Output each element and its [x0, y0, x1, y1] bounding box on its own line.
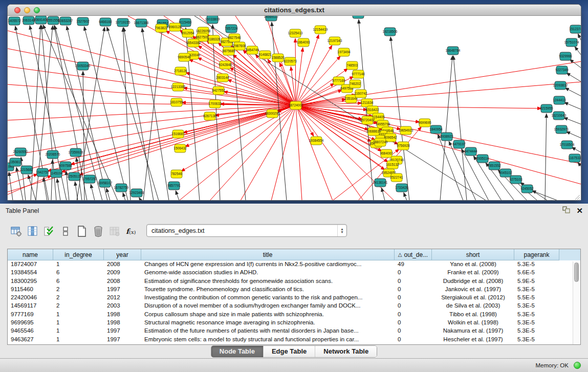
table-cell[interactable]: 5.3E-5 [514, 286, 559, 294]
table-cell[interactable]: 5.3E-5 [514, 260, 559, 269]
graph-node[interactable]: 9777148 [352, 70, 365, 78]
graph-node[interactable]: 18300295 [265, 110, 280, 118]
table-row[interactable]: 2242004622012Investigating the contribut… [8, 294, 572, 302]
graph-node[interactable]: 9275103 [509, 176, 522, 184]
graph-node[interactable]: 9857791 [167, 182, 181, 190]
table-cell[interactable]: 19384554 [8, 269, 53, 277]
graph-node[interactable]: 12213385 [171, 83, 186, 91]
graph-node[interactable]: 1864093 [297, 38, 310, 47]
close-panel-icon[interactable]: ✕ [576, 207, 583, 215]
table-cell[interactable]: 2 [53, 286, 104, 294]
graph-node[interactable]: 782546 [171, 170, 182, 178]
graph-node[interactable]: 14136141 [373, 179, 388, 187]
dropdown-stepper-icon[interactable]: ▲▼ [337, 225, 346, 236]
table-cell[interactable]: 0 [395, 327, 432, 335]
table-cell[interactable]: 9699695 [8, 319, 53, 327]
table-cell[interactable]: 5.6E-5 [514, 269, 559, 277]
graph-node[interactable]: 6466160 [99, 18, 112, 26]
graph-node[interactable]: 18724007 [289, 101, 303, 110]
graph-node[interactable]: 19654923 [399, 126, 413, 135]
table-cell[interactable]: 0 [395, 319, 432, 327]
graph-node[interactable]: 8960128 [168, 23, 182, 31]
graph-node[interactable]: 9756928 [397, 142, 410, 150]
graph-node[interactable]: 9684067 [380, 149, 393, 158]
graph-node[interactable]: 19384554 [309, 137, 324, 145]
table-cell[interactable]: 0 [395, 277, 432, 286]
table-select-dropdown[interactable]: citations_edges.txt ▲▼ [146, 224, 347, 237]
table-cell[interactable]: 22420046 [8, 294, 53, 302]
close-window-icon[interactable] [14, 7, 20, 13]
delete-table-icon[interactable] [91, 225, 105, 238]
table-cell[interactable]: de Silva et al. (2003) [432, 302, 514, 310]
graph-node[interactable]: 1512374 [569, 25, 581, 33]
graph-node[interactable]: 1145194 [50, 169, 63, 178]
column-header-pagerank[interactable]: pagerank [514, 249, 559, 260]
table-cell[interactable]: Genome-wide association studies in ADHD. [141, 269, 395, 277]
graph-node[interactable]: 2522741 [390, 173, 403, 182]
table-cell[interactable]: Embryonic stem cells: a model to study s… [141, 336, 395, 344]
graph-node[interactable]: 20206576 [46, 150, 60, 159]
table-cell[interactable]: Tibbo et al. (1998) [432, 311, 514, 319]
table-cell[interactable]: 1997 [104, 286, 141, 294]
tab-node-table[interactable]: Node Table [211, 346, 264, 357]
graph-node[interactable]: 17016504 [560, 141, 575, 149]
table-row[interactable]: 1830029562008Estimation of significance … [8, 277, 572, 286]
graph-node[interactable]: 10719155 [116, 18, 130, 27]
graph-node[interactable]: 16648784 [446, 47, 461, 55]
graph-node[interactable]: 9890546 [178, 53, 191, 61]
table-cell[interactable]: 18724007 [8, 260, 53, 269]
table-cell[interactable]: Changes of HCN gene expression and I(f) … [141, 260, 395, 269]
table-cell[interactable]: Investigating the contribution of common… [141, 294, 395, 302]
graph-node[interactable]: 1840954 [429, 125, 443, 134]
table-cell[interactable]: Franke et al. (2009) [432, 269, 514, 277]
table-cell[interactable]: 1 [53, 327, 104, 335]
graph-node[interactable]: 20053346 [76, 62, 91, 70]
table-cell[interactable]: 14569117 [8, 302, 53, 310]
graph-node[interactable]: 1588520 [271, 54, 285, 62]
table-cell[interactable]: 0 [395, 294, 432, 302]
graph-node[interactable]: 8267130 [203, 112, 216, 120]
table-cell[interactable]: 1997 [104, 336, 141, 344]
column-header-short[interactable]: short [432, 249, 514, 260]
graph-node[interactable]: 16210643 [552, 112, 567, 120]
table-cell[interactable]: 0 [395, 311, 432, 319]
table-cell[interactable]: 1 [53, 311, 104, 319]
table-cell[interactable]: 1 [53, 319, 104, 327]
table-cell[interactable]: 18300295 [8, 277, 53, 286]
graph-node[interactable]: 16033809 [205, 16, 220, 24]
table-cell[interactable]: 9463627 [8, 336, 53, 344]
graph-node[interactable]: 12093832 [553, 81, 568, 90]
table-cell[interactable]: 2008 [104, 260, 141, 269]
graph-node[interactable]: 12197343 [328, 37, 342, 45]
graph-node[interactable]: 9875685 [222, 47, 235, 55]
graph-node[interactable]: 9699695 [418, 119, 431, 127]
tab-network-table[interactable]: Network Table [315, 346, 377, 357]
table-cell[interactable]: 5.3E-5 [514, 319, 559, 327]
table-cell[interactable]: 0 [395, 269, 432, 277]
graph-node[interactable]: 1810755 [170, 98, 183, 106]
select-rows-icon[interactable] [42, 225, 56, 238]
table-cell[interactable]: 2012 [104, 294, 141, 302]
graph-node[interactable]: 9146821 [258, 51, 272, 59]
column-header-title[interactable]: title [141, 249, 395, 260]
graph-node[interactable]: 16782759 [114, 184, 129, 192]
table-cell[interactable]: Dudbridge et al. (2008) [432, 277, 514, 286]
graph-node[interactable]: 12923468 [129, 189, 144, 197]
table-settings-icon[interactable] [9, 225, 23, 238]
row-visibility-icon[interactable] [58, 225, 72, 238]
graph-node[interactable]: 748503 [346, 61, 358, 70]
graph-node[interactable]: 9045102 [499, 169, 512, 177]
table-cell[interactable]: 9465546 [8, 327, 53, 335]
float-window-icon[interactable] [562, 206, 570, 215]
table-cell[interactable]: 9115460 [8, 286, 53, 294]
table-cell[interactable]: Estimation of significance thresholds fo… [141, 277, 395, 286]
graph-node[interactable]: 7857224 [225, 25, 238, 33]
graph-node[interactable]: 1215682 [20, 166, 33, 174]
tab-edge-table[interactable]: Edge Table [264, 346, 315, 357]
graph-node[interactable]: 1527602 [76, 17, 90, 26]
graph-node[interactable]: 2935114 [476, 155, 489, 163]
graph-node[interactable]: 25260550 [13, 148, 28, 156]
graph-node[interactable]: 7963822 [155, 24, 168, 32]
table-cell[interactable]: Wolkin et al. (1998) [432, 319, 514, 327]
table-cell[interactable]: Structural magnetic resonance image aver… [141, 319, 395, 327]
